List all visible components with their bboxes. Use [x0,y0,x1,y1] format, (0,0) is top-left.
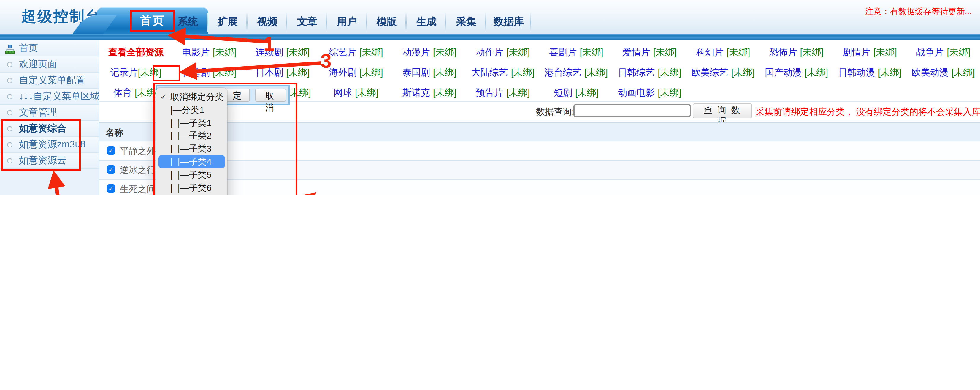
sidebar-item-welcome[interactable]: 欢迎页面 [0,56,99,72]
bullet-icon [7,110,13,115]
category-link[interactable]: 日韩动漫[未绑] [833,66,907,80]
check-icon: ✓ [160,90,167,104]
annotation-step-3: 3 [321,50,331,72]
category-row-2: 记录片[未绑] 台湾剧[未绑] 日本剧[未绑] 海外剧[未绑] 泰国剧[未绑] … [99,66,980,80]
option-subcategory7[interactable]: | |—子类7 [156,194,228,195]
sidebar-item-label: 欢迎页面 [19,59,57,69]
bullet-icon [7,78,13,83]
bind-warning-text: 采集前请绑定相应分类， 没有绑定分类的将不会采集入库 [756,106,980,118]
sidebar-item-label: 如意资综合 [19,123,67,133]
category-link[interactable]: 剧情片[未绑] [833,45,907,59]
option-subcategory4-selected[interactable]: | |—子类4 [159,155,225,168]
option-unbind[interactable]: ✓取消绑定分类 [156,90,228,104]
header-bar: 超级控制台 注意：有数据缓存等待更新... 系统 扩展 视频 文章 用户 模版 … [0,0,980,34]
option-subcategory3[interactable]: | |—子类3 [156,142,228,155]
query-data-button[interactable]: 查 询 数 据 [693,104,752,118]
resource-table: ✓平静之外查 ✓逆冰之行查 ✓生死之间查 ✓你不会孤单查 ✓你好，老叔查 ✓南丁… [99,142,980,195]
category-link[interactable]: 日本剧[未绑] [246,66,319,80]
table-header-name: 名称 [99,123,980,142]
bullet-icon [7,126,13,131]
tab-article[interactable]: 文章 [287,14,327,28]
tab-user[interactable]: 用户 [327,14,367,28]
category-link[interactable]: 爱情片[未绑] [613,45,686,59]
checkbox-checked[interactable]: ✓ [107,184,115,193]
tab-database[interactable]: 数据库 [486,14,531,28]
sidebar-item-label: 首页 [19,43,38,53]
sidebar-item-custom-menu-area[interactable]: ↓↓↓自定义菜单区域↓↓↓ [0,89,99,105]
category-link[interactable]: 预告片[未绑] [466,86,539,100]
category-link[interactable]: 斯诺克[未绑] [393,86,466,100]
category-link[interactable]: 短剧[未绑] [539,86,613,100]
main-content: 查看全部资源 电影片[未绑] 连续剧[未绑] 综艺片[未绑] 动漫片[未绑] 动… [99,40,980,195]
category-link[interactable]: 泰国剧[未绑] [393,66,466,80]
category-link[interactable]: 欧美综艺[未绑] [686,66,760,80]
tab-video[interactable]: 视频 [248,14,287,28]
category-link[interactable]: 动漫片[未绑] [393,45,466,59]
option-subcategory6[interactable]: | |—子类6 [156,181,228,194]
category-link[interactable]: 电影片[未绑] [172,45,246,59]
category-link[interactable]: 国产动漫[未绑] [760,66,833,80]
query-label: 数据查询: [536,106,574,118]
sidebar-item-article-manage[interactable]: 文章管理 [0,105,99,121]
cache-notice: 注意：有数据缓存等待更新... [865,6,972,17]
sidebar-item-label: 自定义菜单配置 [19,75,86,85]
resource-name: 逆冰之行 [120,165,156,175]
tab-system[interactable]: 系统 [168,14,208,28]
tab-generate[interactable]: 生成 [407,14,446,28]
sidebar-item-custom-menu-config[interactable]: 自定义菜单配置 [0,72,99,89]
category-row-1: 查看全部资源 电影片[未绑] 连续剧[未绑] 综艺片[未绑] 动漫片[未绑] 动… [99,45,980,59]
category-link[interactable]: 大陆综艺[未绑] [466,66,539,80]
category-link[interactable]: 港台综艺[未绑] [539,66,613,80]
category-link[interactable]: 动作片[未绑] [466,45,539,59]
option-subcategory2[interactable]: | |—子类2 [156,129,228,142]
table-row: ✓逆冰之行查 [99,160,980,179]
category-link[interactable]: 战争片[未绑] [907,45,980,59]
sidebar-item-label: 如意资源云 [19,155,67,165]
sidebar-item-ruyi-yun[interactable]: 如意资源云 [0,153,99,169]
header-divider-bar [0,34,980,40]
bind-cancel-button[interactable]: 取 消 [255,89,286,102]
bullet-icon [7,142,13,147]
view-all-resources-link[interactable]: 查看全部资源 [99,45,172,59]
option-subcategory5[interactable]: | |—子类5 [156,168,228,181]
category-link[interactable]: 日韩综艺[未绑] [613,66,686,80]
sidebar-item-ruyi-zm3u8[interactable]: 如意资源zm3u8 [0,137,99,153]
sidebar-item-label: 文章管理 [19,107,57,117]
sidebar-item-ruyi-zonghe[interactable]: 如意资综合 [0,121,99,137]
table-row: ✓平静之外查 [99,142,980,160]
category-select-dropdown: ✓取消绑定分类 |—分类1 | |—子类1 | |—子类2 | |—子类3 | … [156,88,228,195]
checkbox-checked[interactable]: ✓ [107,146,115,155]
resource-name: 平静之外 [120,145,156,156]
table-row: ✓生死之间查 [99,179,980,195]
category-link[interactable]: 恐怖片[未绑] [760,45,833,59]
sidebar-item-label: 如意资源zm3u8 [19,139,86,149]
category-link[interactable]: 网球[未绑] [319,86,393,100]
category-link[interactable]: 连续剧[未绑] [246,45,319,59]
query-input[interactable] [573,104,691,117]
bullet-icon [7,62,13,67]
tab-template[interactable]: 模版 [367,14,407,28]
category-link[interactable]: 台湾剧[未绑] [172,66,246,80]
checkbox-checked[interactable]: ✓ [107,165,115,174]
resource-name: 生死之间 [120,184,156,194]
bullet-icon [7,94,13,99]
annotation-step-1: 1 [264,33,275,55]
sidebar-item-home[interactable]: 首页 [0,40,99,56]
admin-console-page: 超级控制台 注意：有数据缓存等待更新... 系统 扩展 视频 文章 用户 模版 … [0,0,980,195]
category-link[interactable]: 科幻片[未绑] [686,45,760,59]
tab-collect[interactable]: 采集 [446,14,486,28]
bullet-icon [7,158,13,163]
category-link[interactable]: 喜剧片[未绑] [539,45,613,59]
category-link[interactable]: 动画电影[未绑] [613,86,686,100]
option-category1[interactable]: |—分类1 [156,104,228,117]
category-link-jilupian[interactable]: 记录片[未绑] [99,66,172,80]
option-subcategory1[interactable]: | |—子类1 [156,116,228,129]
top-nav: 系统 扩展 视频 文章 用户 模版 生成 采集 数据库 [168,13,531,30]
tab-extend[interactable]: 扩展 [208,14,248,28]
sidebar: 首页 欢迎页面 自定义菜单配置 ↓↓↓自定义菜单区域↓↓↓ 文章管理 如意资综合… [0,40,99,195]
category-link[interactable]: 欧美动漫[未绑] [907,66,980,80]
